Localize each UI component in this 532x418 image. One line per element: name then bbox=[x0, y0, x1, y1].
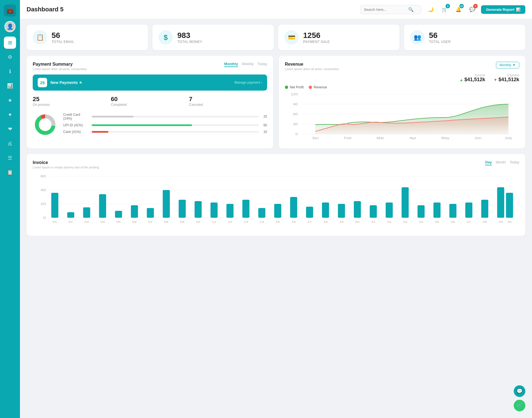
expense-value: ▼ $41,512k bbox=[493, 77, 519, 83]
dark-mode-toggle[interactable]: 🌙 bbox=[426, 4, 436, 14]
income-expense-row: Income ▲ $41,512k Expense ▼ $41,512k bbox=[285, 73, 519, 83]
legend-netprofit: Net Profit bbox=[285, 85, 304, 89]
sidebar-avatar[interactable]: 👤 bbox=[4, 21, 16, 32]
fab-area: 💬 🛒 bbox=[514, 385, 525, 411]
sidebar-item-info[interactable]: ℹ bbox=[4, 65, 16, 78]
chat-button[interactable]: 💬 5 bbox=[467, 4, 477, 14]
expense-amount: $41,512k bbox=[498, 77, 519, 83]
payment-value: 1256 bbox=[303, 31, 330, 40]
income-amount: $41,512k bbox=[464, 77, 485, 83]
inv-tab-month[interactable]: Month bbox=[496, 160, 506, 165]
new-payments-bar: 25 New Payments Manage payment › bbox=[33, 75, 267, 91]
cart-badge: 2 bbox=[446, 4, 450, 8]
income-arrow-icon: ▲ bbox=[459, 78, 463, 82]
svg-text:60: 60 bbox=[40, 175, 46, 178]
bar-14 bbox=[258, 208, 265, 218]
svg-text:40: 40 bbox=[40, 188, 46, 192]
manage-payment-link[interactable]: Manage payment › bbox=[234, 81, 262, 84]
middle-row: Payment Summary Lorem ipsum dolor sit am… bbox=[27, 56, 525, 148]
bar-26 bbox=[449, 204, 457, 218]
np-count: 25 bbox=[38, 78, 47, 87]
support-fab[interactable]: 💬 bbox=[514, 385, 525, 397]
bar-05 bbox=[115, 211, 122, 218]
sidebar-item-settings[interactable]: ⚙ bbox=[4, 51, 16, 63]
svg-text:12: 12 bbox=[228, 220, 232, 224]
svg-text:29: 29 bbox=[498, 220, 503, 224]
sidebar-item-dashboard[interactable]: ⊞ bbox=[4, 37, 16, 49]
svg-text:07: 07 bbox=[148, 220, 153, 224]
legend-revenue: Revenue bbox=[309, 85, 327, 89]
stat3-onprocess-label: On process bbox=[33, 103, 111, 107]
sidebar-item-heart2[interactable]: ❤ bbox=[4, 123, 16, 135]
legend-dot-revenue bbox=[309, 86, 312, 89]
money-label: TOTAL MONEY bbox=[177, 40, 202, 44]
email-value: 56 bbox=[52, 31, 74, 40]
search-input[interactable] bbox=[364, 7, 408, 12]
payment-icon: 💳 bbox=[284, 30, 299, 45]
bar-23 bbox=[401, 187, 409, 218]
svg-text:14: 14 bbox=[260, 220, 264, 224]
stat-card-money: $ 983 TOTAL MONEY bbox=[152, 25, 274, 50]
money-icon: $ bbox=[158, 30, 173, 45]
ps-tab-monthly[interactable]: Monthly bbox=[224, 62, 238, 67]
stat3-completed: 60 Completed bbox=[111, 96, 189, 107]
sidebar-item-print[interactable]: 🖨 bbox=[4, 137, 16, 150]
inv-tab-today[interactable]: Today bbox=[510, 160, 519, 165]
ps-tabs: Monthly Weekly Today bbox=[224, 62, 267, 67]
bar-27 bbox=[465, 202, 472, 218]
bar-19 bbox=[338, 204, 345, 218]
progress-bar-bg-cc bbox=[92, 116, 259, 117]
bar-04 bbox=[99, 194, 106, 218]
search-bar[interactable]: 🔍 bbox=[360, 5, 421, 14]
svg-text:04: 04 bbox=[100, 220, 105, 224]
stat-info-payment: 1256 PAYMENT SALE bbox=[303, 31, 330, 44]
bar-10 bbox=[195, 201, 202, 218]
rev-title: Revenue bbox=[285, 62, 339, 67]
email-icon: 📋 bbox=[33, 30, 47, 45]
progress-list: Credit Card (24%) 25 UPI ID (41%) 60 bbox=[63, 113, 267, 137]
svg-text:24: 24 bbox=[419, 220, 423, 224]
svg-text:120: 120 bbox=[291, 93, 298, 96]
ps-subtitle: Lorem ipsum dolor sit amet, consectetur bbox=[33, 67, 87, 71]
payment-summary-card: Payment Summary Lorem ipsum dolor sit am… bbox=[27, 56, 273, 148]
svg-text:11: 11 bbox=[212, 220, 216, 224]
revenue-period-button[interactable]: Monthly ▼ bbox=[496, 62, 519, 68]
invoice-tabs: Day Month Today bbox=[485, 160, 519, 165]
rev-subtitle: Lorem ipsum dolor sit amet, consectetur bbox=[285, 67, 339, 71]
main-content: Dashboard 5 🔍 🌙 🛒 2 🔔 12 💬 5 Generate Re bbox=[20, 0, 532, 418]
stat3-onprocess: 25 On process bbox=[33, 96, 111, 107]
generate-report-button[interactable]: Generate Report 📊 bbox=[481, 5, 525, 14]
svg-text:27: 27 bbox=[467, 220, 471, 224]
svg-text:30: 30 bbox=[293, 123, 298, 126]
sidebar-item-heart[interactable]: ♥ bbox=[4, 109, 16, 121]
cart-button[interactable]: 🛒 2 bbox=[439, 4, 449, 14]
sidebar-item-list[interactable]: 📋 bbox=[4, 166, 16, 178]
cart-fab[interactable]: 🛒 bbox=[514, 400, 525, 411]
bar-17 bbox=[306, 207, 313, 218]
money-value: 983 bbox=[177, 31, 202, 40]
svg-text:30: 30 bbox=[507, 220, 512, 224]
progress-val-cash: 10 bbox=[261, 130, 267, 134]
svg-text:Jan: Jan bbox=[312, 137, 319, 140]
progress-item-creditcard: Credit Card (24%) 25 bbox=[63, 113, 267, 120]
sidebar-item-star[interactable]: ★ bbox=[4, 94, 16, 106]
bar-03 bbox=[83, 207, 90, 218]
invoice-title-area: Invoice Lorem Ipsum is simply dummy text… bbox=[33, 160, 99, 169]
sidebar-item-menu[interactable]: ☰ bbox=[4, 152, 16, 164]
chart-icon: 📊 bbox=[516, 7, 520, 12]
sidebar-logo[interactable]: 💼 bbox=[4, 4, 16, 17]
inv-tab-day[interactable]: Day bbox=[485, 160, 492, 165]
invoice-title: Invoice bbox=[33, 160, 99, 165]
sidebar-item-analytics[interactable]: 📊 bbox=[4, 80, 16, 92]
invoice-subtitle: Lorem Ipsum is simply dummy text of the … bbox=[33, 166, 99, 169]
stat-info-email: 56 TOTAL EMAIL bbox=[52, 31, 74, 44]
progress-bar-bg-cash bbox=[92, 131, 259, 133]
stat-card-user: 👥 56 TOTAL USER bbox=[404, 25, 525, 50]
expense-item: Expense ▼ $41,512k bbox=[493, 73, 519, 83]
svg-text:20: 20 bbox=[355, 220, 360, 224]
income-value: ▲ $41,512k bbox=[459, 77, 485, 83]
ps-tab-today[interactable]: Today bbox=[257, 62, 267, 67]
bell-badge: 12 bbox=[459, 4, 464, 8]
notification-button[interactable]: 🔔 12 bbox=[453, 4, 463, 14]
ps-tab-weekly[interactable]: Weekly bbox=[242, 62, 254, 67]
